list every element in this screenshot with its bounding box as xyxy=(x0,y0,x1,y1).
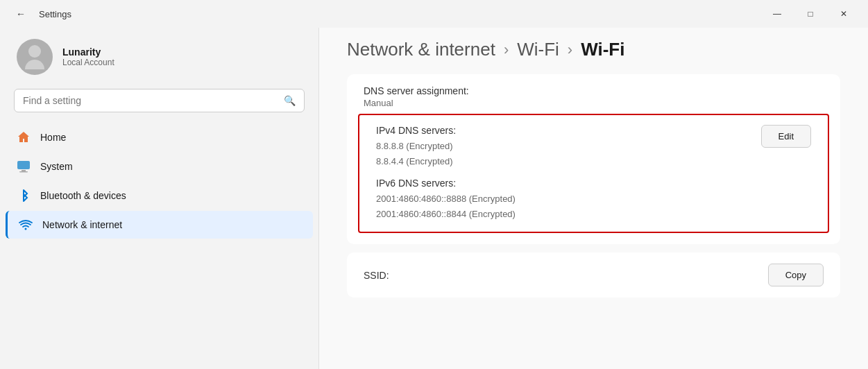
sidebar-item-system[interactable]: System xyxy=(6,153,313,180)
ipv4-value-2: 8.8.4.4 (Encrypted) xyxy=(376,154,516,169)
window-controls: — □ ✕ xyxy=(761,3,860,24)
ssid-row: SSID: Copy xyxy=(347,252,840,298)
user-info: Lunarity Local Account xyxy=(62,46,114,67)
minimize-button[interactable]: — xyxy=(761,3,793,24)
search-box[interactable]: 🔍 xyxy=(14,89,305,112)
close-button[interactable]: ✕ xyxy=(828,3,860,24)
dns-assignment-row: DNS server assignment: Manual xyxy=(347,74,840,114)
ipv6-value-1: 2001:4860:4860::8888 (Encrypted) xyxy=(376,191,516,207)
user-section: Lunarity Local Account xyxy=(0,28,318,89)
sidebar-item-home-label: Home xyxy=(40,132,66,143)
dns-card: DNS server assignment: Manual IPv4 DNS s… xyxy=(347,74,840,244)
sidebar-item-network[interactable]: Network & internet xyxy=(6,211,313,239)
breadcrumb: Network & internet › Wi-Fi › Wi-Fi xyxy=(319,28,868,74)
ipv6-label: IPv6 DNS servers: xyxy=(376,178,516,189)
svg-point-3 xyxy=(25,228,27,230)
search-input[interactable] xyxy=(23,95,278,106)
ipv6-value-2: 2001:4860:4860::8844 (Encrypted) xyxy=(376,207,516,222)
ipv4-group: IPv4 DNS servers: 8.8.8.8 (Encrypted) 8.… xyxy=(376,125,516,169)
window-title: Settings xyxy=(39,9,71,19)
title-bar: ← Settings — □ ✕ xyxy=(0,0,868,28)
sidebar: Lunarity Local Account 🔍 Home xyxy=(0,28,319,369)
sidebar-item-bluetooth[interactable]: Bluetooth & devices xyxy=(6,182,313,209)
ipv4-value-1: 8.8.8.8 (Encrypted) xyxy=(376,139,516,154)
svg-rect-2 xyxy=(19,171,28,173)
user-name: Lunarity xyxy=(62,46,114,58)
dns-assignment-value: Manual xyxy=(364,98,824,108)
copy-button[interactable]: Copy xyxy=(768,264,824,286)
network-icon xyxy=(19,218,33,232)
bluetooth-icon xyxy=(17,189,31,203)
dns-highlighted-section: IPv4 DNS servers: 8.8.8.8 (Encrypted) 8.… xyxy=(358,114,829,233)
home-icon xyxy=(17,130,31,144)
avatar xyxy=(17,39,53,75)
ssid-label: SSID: xyxy=(364,270,389,281)
content-area: Network & internet › Wi-Fi › Wi-Fi DNS s… xyxy=(319,28,868,369)
ipv4-values: 8.8.8.8 (Encrypted) 8.8.4.4 (Encrypted) xyxy=(376,139,516,169)
ipv6-group: IPv6 DNS servers: 2001:4860:4860::8888 (… xyxy=(376,178,516,222)
svg-rect-1 xyxy=(22,170,26,171)
svg-rect-0 xyxy=(17,161,30,169)
breadcrumb-current: Wi-Fi xyxy=(581,39,624,60)
breadcrumb-sep-2: › xyxy=(565,41,575,59)
system-icon xyxy=(17,160,31,173)
ssid-card: SSID: Copy xyxy=(347,252,840,298)
sidebar-item-network-label: Network & internet xyxy=(42,219,122,230)
user-account-type: Local Account xyxy=(62,58,114,67)
sidebar-item-home[interactable]: Home xyxy=(6,123,313,151)
breadcrumb-wifi: Wi-Fi xyxy=(517,39,559,60)
ipv4-label: IPv4 DNS servers: xyxy=(376,125,516,136)
back-button[interactable]: ← xyxy=(11,4,31,24)
breadcrumb-sep-1: › xyxy=(501,41,511,59)
dns-assignment-label: DNS server assignment: xyxy=(364,85,824,96)
search-icon: 🔍 xyxy=(284,95,296,106)
breadcrumb-network: Network & internet xyxy=(347,39,495,60)
edit-button[interactable]: Edit xyxy=(761,125,811,148)
ipv6-values: 2001:4860:4860::8888 (Encrypted) 2001:48… xyxy=(376,191,516,222)
sidebar-item-bluetooth-label: Bluetooth & devices xyxy=(40,190,126,201)
sidebar-item-system-label: System xyxy=(40,161,73,172)
nav-items: Home System Bluetooth xyxy=(0,123,318,239)
maximize-button[interactable]: □ xyxy=(794,3,826,24)
